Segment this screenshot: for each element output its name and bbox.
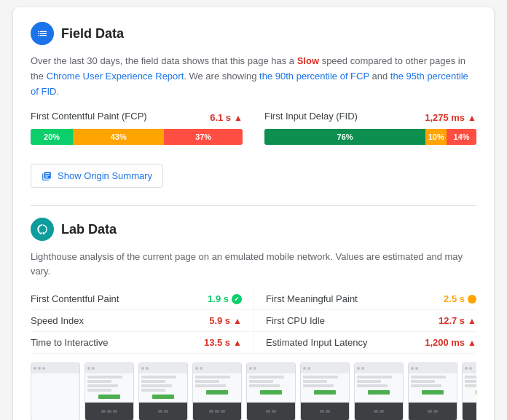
fcp-bar-good: 20% [31, 129, 73, 145]
lab-data-title: Lab Data [61, 222, 117, 237]
show-origin-label: Show Origin Summary [58, 170, 152, 181]
origin-summary-icon [42, 171, 52, 181]
thumbnail-5 [246, 362, 296, 420]
thumb-body-4 [193, 373, 241, 403]
thumb-header-3 [139, 363, 187, 373]
field-data-title: Field Data [61, 26, 124, 41]
thumb-footer-4 [193, 403, 241, 420]
fcp-bar-needs-improvement: 43% [73, 129, 164, 145]
section-divider [31, 205, 476, 206]
lab-eil-label: Estimated Input Latency [266, 337, 367, 348]
lab-metric-si: Speed Index 5.9 s ▲ [31, 310, 254, 332]
lab-si-value: 5.9 s ▲ [209, 315, 242, 326]
thumb-dot-3 [42, 367, 45, 370]
fcp-arrow: ▲ [234, 113, 243, 123]
fcp-block: First Contentful Paint (FCP) 6.1 s ▲ 20%… [31, 111, 243, 154]
thumb-body-2 [85, 373, 133, 403]
fid-arrow: ▲ [468, 113, 476, 123]
thumb-footer-8 [409, 403, 457, 420]
fid-block: First Input Delay (FID) 1,275 ms ▲ 76% 1… [264, 111, 476, 154]
thumb-footer-9 [463, 403, 476, 420]
thumb-header-2 [85, 363, 133, 373]
thumbnail-1 [31, 362, 80, 420]
lab-fmp-value: 2.5 s [444, 293, 476, 304]
fcp-label: First Contentful Paint (FCP) [31, 111, 147, 122]
thumbnail-7 [354, 362, 404, 420]
field-metrics-row: First Contentful Paint (FCP) 6.1 s ▲ 20%… [31, 111, 476, 154]
thumb-body-9 [463, 373, 476, 403]
thumbnail-8 [408, 362, 457, 420]
arrow-icon-si: ▲ [233, 316, 242, 326]
slow-label: Slow [297, 55, 319, 66]
fid-bar: 76% 10% 14% [264, 129, 476, 145]
thumb-footer-5 [247, 403, 295, 420]
thumb-body-1 [31, 373, 79, 420]
thumbnails-row [31, 362, 476, 420]
arrow-icon-tti: ▲ [233, 338, 242, 348]
lighthouse-link[interactable]: Lighthouse [31, 251, 77, 262]
lab-fmp-label: First Meaningful Paint [266, 293, 358, 304]
thumb-header-8 [409, 363, 457, 373]
arrow-icon-fci: ▲ [468, 316, 476, 326]
lab-metric-fmp: First Meaningful Paint 2.5 s [254, 288, 476, 310]
thumb-body-3 [139, 373, 187, 403]
fid-bar-poor: 14% [447, 129, 476, 145]
thumb-body-6 [301, 373, 349, 403]
lab-tti-value: 13.5 s ▲ [204, 337, 242, 348]
thumb-dot-2 [38, 367, 41, 370]
fcp-bar: 20% 43% 37% [31, 129, 243, 145]
lab-eil-value: 1,200 ms ▲ [425, 337, 476, 348]
thumb-header-4 [193, 363, 241, 373]
lab-fcp-value: 1.9 s ✓ [208, 293, 242, 304]
thumb-header-5 [247, 363, 295, 373]
fcp-header: First Contentful Paint (FCP) 6.1 s ▲ [31, 111, 243, 124]
check-icon-fcp: ✓ [232, 294, 242, 304]
fid-value: 1,275 ms ▲ [425, 112, 476, 123]
arrow-icon-eil: ▲ [468, 338, 476, 348]
circle-icon-fmp [468, 295, 476, 304]
lab-fcp-label: First Contentful Paint [31, 293, 119, 304]
lab-metric-fci: First CPU Idle 12.7 s ▲ [254, 310, 476, 332]
lab-si-label: Speed Index [31, 315, 84, 326]
lab-tti-label: Time to Interactive [31, 337, 108, 348]
field-data-icon [31, 22, 54, 45]
lab-fci-value: 12.7 s ▲ [439, 315, 476, 326]
thumb-body-7 [355, 373, 403, 403]
field-data-header: Field Data [31, 22, 476, 45]
main-card: Field Data Over the last 30 days, the fi… [13, 7, 494, 420]
thumbnail-4 [192, 362, 242, 420]
thumb-footer-7 [355, 403, 403, 420]
thumbnail-9 [462, 362, 476, 420]
fid-header: First Input Delay (FID) 1,275 ms ▲ [264, 111, 476, 124]
thumbnail-6 [300, 362, 350, 420]
fid-label: First Input Delay (FID) [264, 111, 358, 122]
crux-link[interactable]: Chrome User Experience Report [47, 71, 184, 82]
fcp-value: 6.1 s ▲ [210, 112, 243, 123]
fcp-bar-poor: 37% [164, 129, 243, 145]
lab-metrics-grid: First Contentful Paint 1.9 s ✓ First Mea… [31, 288, 476, 354]
show-origin-button[interactable]: Show Origin Summary [31, 164, 163, 188]
thumb-header-7 [355, 363, 403, 373]
thumb-footer-2 [85, 403, 133, 420]
thumb-footer-6 [301, 403, 349, 420]
thumb-body-8 [409, 373, 457, 403]
thumb-header-1 [31, 363, 79, 373]
thumb-footer-3 [139, 403, 187, 420]
lab-data-description: Lighthouse analysis of the current page … [31, 250, 476, 278]
field-data-description: Over the last 30 days, the field data sh… [31, 54, 476, 99]
lab-metric-tti: Time to Interactive 13.5 s ▲ [31, 332, 254, 354]
lab-fci-label: First CPU Idle [266, 315, 325, 326]
thumb-dot-1 [34, 367, 36, 370]
thumb-header-9 [463, 363, 476, 373]
lab-data-icon [31, 218, 54, 241]
fcp-percentile-link[interactable]: the 90th percentile of FCP [259, 71, 369, 82]
lab-metric-fcp: First Contentful Paint 1.9 s ✓ [31, 288, 254, 310]
thumbnail-3 [138, 362, 188, 420]
lab-metric-eil: Estimated Input Latency 1,200 ms ▲ [254, 332, 476, 354]
lab-data-header: Lab Data [31, 218, 476, 241]
thumbnail-2 [84, 362, 134, 420]
fid-bar-good: 76% [264, 129, 425, 145]
thumb-body-5 [247, 373, 295, 403]
fid-bar-needs-improvement: 10% [425, 129, 447, 145]
thumb-header-6 [301, 363, 349, 373]
